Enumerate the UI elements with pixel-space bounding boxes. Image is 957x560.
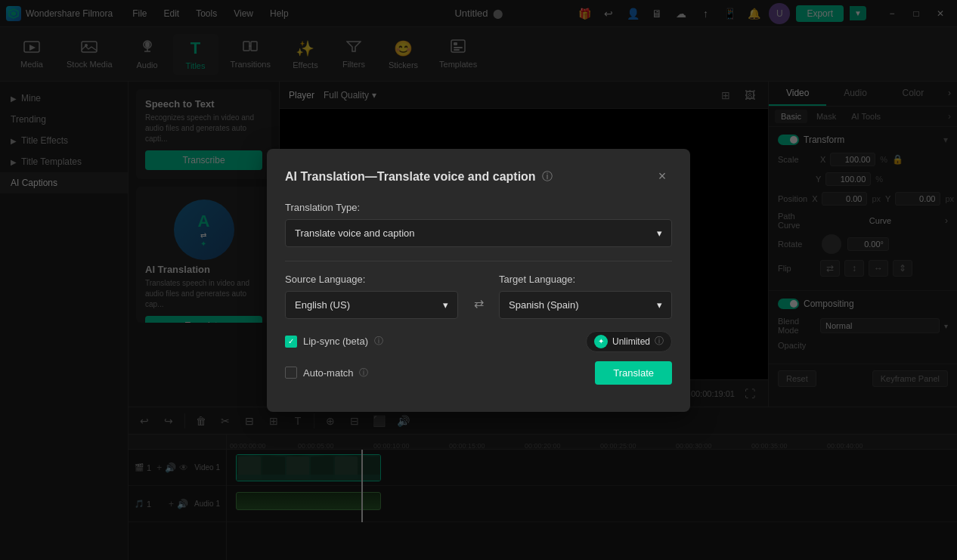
modal-overlay[interactable]: AI Translation—Translate voice and capti… <box>0 0 957 560</box>
auto-match-info-icon[interactable]: ⓘ <box>359 367 368 379</box>
translation-type-label: Translation Type: <box>285 202 672 213</box>
modal-header: AI Translation—Translate voice and capti… <box>285 167 672 187</box>
source-language-label: Source Language: <box>285 274 458 285</box>
unlimited-icon: ✦ <box>594 335 608 348</box>
source-language-select[interactable]: English (US) ▾ <box>285 291 458 319</box>
unlimited-info-icon[interactable]: ⓘ <box>655 335 664 348</box>
target-language-label: Target Language: <box>499 274 672 285</box>
ai-translation-modal: AI Translation—Translate voice and capti… <box>267 149 690 412</box>
language-selection-row: Source Language: English (US) ▾ ⇄ Target… <box>285 274 672 319</box>
modal-options-row: ✓ Lip-sync (beta) ⓘ ✦ Unlimited ⓘ <box>285 331 672 352</box>
modal-translate-button[interactable]: Translate <box>595 361 672 385</box>
target-language-value: Spanish (Spain) <box>509 299 579 311</box>
translation-type-select[interactable]: Translate voice and caption ▾ <box>285 219 672 247</box>
lip-sync-text: Lip-sync (beta) <box>303 336 368 347</box>
auto-match-label[interactable]: Auto-match ⓘ <box>285 367 368 379</box>
modal-spacer <box>285 319 672 331</box>
lip-sync-label[interactable]: ✓ Lip-sync (beta) ⓘ <box>285 335 383 348</box>
modal-divider <box>285 261 672 261</box>
modal-close-button[interactable]: × <box>652 167 672 187</box>
translation-type-field: Translation Type: Translate voice and ca… <box>285 202 672 247</box>
target-language-col: Target Language: Spanish (Spain) ▾ <box>499 274 672 319</box>
translation-type-value: Translate voice and caption <box>295 227 415 239</box>
target-lang-chevron-icon: ▾ <box>657 299 662 311</box>
source-language-col: Source Language: English (US) ▾ <box>285 274 458 319</box>
source-lang-chevron-icon: ▾ <box>443 299 448 311</box>
swap-languages-icon[interactable]: ⇄ <box>467 292 490 315</box>
modal-info-icon[interactable]: ⓘ <box>542 170 553 184</box>
source-language-value: English (US) <box>295 299 350 311</box>
auto-match-text: Auto-match <box>303 367 353 379</box>
unlimited-badge: ✦ Unlimited ⓘ <box>586 331 672 352</box>
unlimited-label: Unlimited <box>612 336 650 347</box>
translation-type-chevron-icon: ▾ <box>657 227 662 239</box>
auto-match-checkbox[interactable] <box>285 367 297 379</box>
lip-sync-info-icon[interactable]: ⓘ <box>374 335 383 348</box>
lip-sync-checkbox[interactable]: ✓ <box>285 336 297 348</box>
modal-title: AI Translation—Translate voice and capti… <box>285 170 536 184</box>
target-language-select[interactable]: Spanish (Spain) ▾ <box>499 291 672 319</box>
auto-match-row: Auto-match ⓘ Translate <box>285 361 672 385</box>
